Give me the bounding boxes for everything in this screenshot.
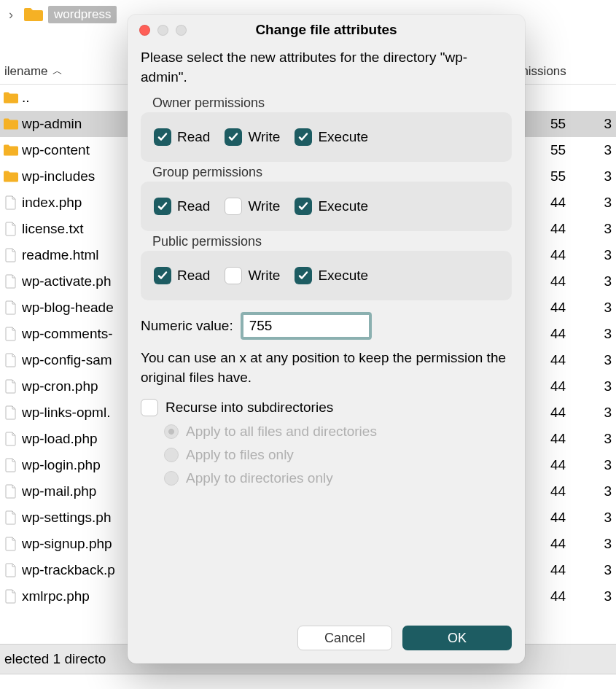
dialog-title: Change file attributes [255,22,397,38]
file-extra: 3 [594,273,616,289]
checkbox-label: Read [177,268,210,284]
file-extra: 3 [594,221,616,237]
file-extra: 3 [594,116,616,132]
radio-icon [164,448,179,462]
file-extra: 3 [594,510,616,526]
file-extra: 3 [594,352,616,368]
file-extra: 3 [594,300,616,316]
file-icon [3,483,19,499]
checkbox-icon [225,267,242,284]
checkbox-label: Read [177,198,210,214]
read-checkbox[interactable]: Read [154,128,210,146]
permissions-dialog: Change file attributes Please select the… [128,15,525,663]
file-permissions: 44 [550,273,594,289]
write-checkbox[interactable]: Write [225,198,280,215]
hint-text: You can use an x at any position to keep… [141,349,512,387]
ok-button[interactable]: OK [402,626,512,650]
file-icon [3,195,19,211]
write-checkbox[interactable]: Write [225,128,280,146]
file-icon [3,405,19,421]
execute-checkbox[interactable]: Execute [295,128,368,146]
file-icon [3,221,19,237]
folder-icon [3,142,19,158]
column-permissions[interactable]: rmissions [514,64,616,79]
dialog-intro-text: Please select the new attributes for the… [141,48,512,87]
breadcrumb-current[interactable]: wordpress [48,6,117,23]
chevron-right-icon[interactable]: › [6,4,16,26]
file-permissions: 44 [550,352,594,368]
file-icon [3,247,19,263]
file-permissions: 44 [550,562,594,578]
checkbox-icon [225,128,242,146]
permission-group-title: Group permissions [141,163,512,182]
checkbox-icon [154,198,171,215]
folder-icon [3,90,19,106]
folder-icon [23,7,44,22]
file-extra: 3 [594,142,616,158]
file-icon [3,326,19,342]
file-icon [3,562,19,578]
file-icon [3,510,19,526]
file-icon [3,300,19,316]
radio-label: Apply to all files and directories [186,424,377,440]
folder-icon [3,116,19,132]
file-permissions: 44 [550,247,594,263]
file-icon [3,431,19,447]
write-checkbox[interactable]: Write [225,267,280,284]
recurse-checkbox[interactable]: Recurse into subdirectories [141,399,512,416]
permission-group-title: Owner permissions [141,94,512,112]
file-extra: 3 [594,457,616,473]
checkbox-label: Execute [318,198,368,214]
radio-label: Apply to files only [186,447,294,463]
close-icon[interactable] [139,25,150,36]
file-permissions: 44 [550,221,594,237]
radio-icon [164,424,179,439]
permission-group-title: Public permissions [141,233,512,251]
file-extra: 3 [594,247,616,263]
recurse-radio-option: Apply to files only [164,447,512,463]
numeric-value-input[interactable] [241,312,372,340]
read-checkbox[interactable]: Read [154,267,210,284]
numeric-value-label: Numeric value: [141,318,233,334]
checkbox-icon [295,198,312,215]
checkbox-icon [141,399,158,416]
file-extra: 3 [594,431,616,447]
checkbox-label: Write [248,198,280,214]
checkbox-icon [154,267,171,284]
file-permissions: 44 [550,588,594,604]
maximize-icon[interactable] [176,25,187,36]
radio-label: Apply to directories only [186,470,333,486]
checkbox-label: Read [177,129,210,145]
checkbox-icon [225,198,242,215]
file-extra: 3 [594,326,616,342]
permission-group-checks: ReadWriteExecute [141,251,512,300]
recurse-radio-option: Apply to all files and directories [164,424,512,440]
minimize-icon[interactable] [157,25,168,36]
file-icon [3,588,19,604]
file-extra: 3 [594,378,616,394]
sort-ascending-icon: ︿ [52,65,63,78]
execute-checkbox[interactable]: Execute [295,198,368,215]
checkbox-label: Write [248,268,280,284]
file-permissions: 55 [550,116,594,132]
file-permissions: 44 [550,431,594,447]
folder-icon [3,168,19,184]
file-icon [3,378,19,394]
file-extra: 3 [594,536,616,552]
checkbox-label: Write [248,129,280,145]
titlebar: Change file attributes [128,15,525,45]
execute-checkbox[interactable]: Execute [295,267,368,284]
file-permissions: 44 [550,483,594,499]
checkbox-icon [154,128,171,146]
file-permissions: 55 [550,168,594,184]
read-checkbox[interactable]: Read [154,198,210,215]
file-icon [3,536,19,552]
file-permissions: 44 [550,457,594,473]
file-permissions: 44 [550,378,594,394]
cancel-button[interactable]: Cancel [297,626,392,650]
file-permissions: 44 [550,326,594,342]
file-permissions: 44 [550,195,594,211]
permission-group-checks: ReadWriteExecute [141,112,512,162]
file-permissions: 44 [550,510,594,526]
recurse-radio-option: Apply to directories only [164,470,512,486]
